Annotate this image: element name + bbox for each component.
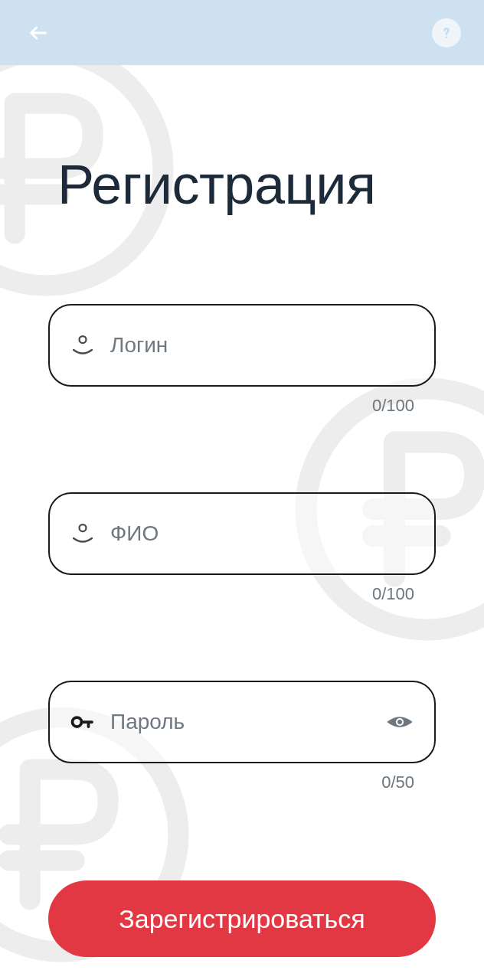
password-field: 0/50 [48, 681, 436, 792]
fullname-field: 0/100 [48, 492, 436, 604]
svg-point-5 [80, 524, 87, 531]
eye-icon [384, 707, 415, 737]
fullname-counter: 0/100 [48, 584, 436, 604]
password-input[interactable] [110, 710, 384, 734]
login-counter: 0/100 [48, 396, 436, 416]
question-icon [439, 22, 454, 44]
svg-point-3 [446, 36, 448, 38]
user-icon [69, 520, 96, 547]
login-input-container[interactable] [48, 304, 436, 387]
page-title: Регистрация [48, 153, 436, 216]
login-field: 0/100 [48, 304, 436, 416]
toggle-password-visibility[interactable] [384, 707, 415, 737]
svg-point-8 [397, 720, 402, 724]
back-button[interactable] [23, 18, 54, 48]
key-icon [69, 708, 96, 736]
password-counter: 0/50 [48, 773, 436, 792]
svg-point-4 [80, 336, 87, 343]
login-input[interactable] [110, 333, 415, 358]
header-bar [0, 0, 484, 65]
fullname-input-container[interactable] [48, 492, 436, 575]
submit-button[interactable]: Зарегистрироваться [48, 880, 436, 957]
fullname-input[interactable] [110, 521, 415, 546]
user-icon [69, 332, 96, 359]
password-input-container[interactable] [48, 681, 436, 763]
arrow-left-icon [28, 22, 49, 44]
help-button[interactable] [432, 18, 461, 47]
